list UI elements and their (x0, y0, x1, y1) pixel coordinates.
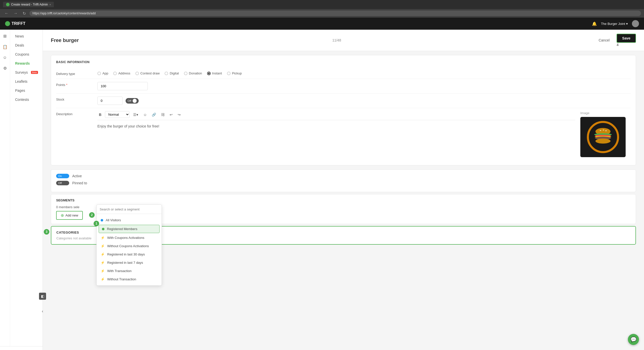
list-button[interactable]: ☰▾ (132, 112, 140, 118)
segment-search-input[interactable] (100, 207, 159, 211)
emoji-button[interactable]: ☺ (142, 112, 148, 118)
radio-circle-donation (184, 72, 187, 75)
nav-items: News Deals Coupons Rewards Surveys Beta (10, 30, 43, 106)
toggle-off-label2: Off (58, 182, 62, 185)
browser-tab[interactable]: Create reward - Trifft Admin × (3, 2, 54, 7)
points-label: Points * (56, 82, 91, 87)
format-select[interactable]: Normal Heading 1 Heading 2 (105, 111, 130, 118)
link-button[interactable]: 🔗 (150, 112, 158, 118)
burger-svg (585, 119, 621, 155)
page-title: Free burger (51, 37, 79, 43)
grid-icon[interactable]: ⊞ (3, 34, 7, 38)
points-input[interactable] (97, 82, 148, 90)
face-icon[interactable]: ☺ (3, 55, 7, 60)
stock-toggle[interactable]: Off (126, 98, 139, 104)
sidebar-item-contests[interactable]: Contests (10, 95, 43, 104)
char-count: 11/48 (332, 38, 341, 42)
pinned-label: Pinned to (72, 181, 87, 185)
dropdown-item-with-transaction[interactable]: ⚡ With Transaction (97, 267, 162, 275)
sidebar-item-deals[interactable]: Deals (10, 41, 43, 50)
active-label: Active (72, 174, 82, 178)
refresh-button[interactable]: ↻ (21, 11, 27, 16)
pinned-toggle[interactable]: Off (56, 181, 69, 185)
radio-pickup[interactable]: Pickup (227, 71, 242, 75)
unlink-button[interactable]: ⛓ (160, 112, 166, 118)
dot-blue-icon (101, 219, 103, 222)
radio-pickup-label: Pickup (232, 71, 242, 75)
save-button-wrapper: Save 4 (617, 34, 636, 47)
redo-button[interactable]: ↪ (176, 112, 182, 118)
gear-icon[interactable]: ⚙ (3, 66, 7, 71)
app-header: TRIFFT 🔔 The Burger Joint ▾ (0, 18, 644, 30)
registered-members-label: Registered Members (107, 227, 137, 231)
image-label: Image (580, 111, 631, 115)
annotation-1: 1 (94, 221, 99, 226)
radio-circle-pickup (227, 72, 231, 75)
radio-address[interactable]: Address (113, 71, 130, 75)
dropdown-item-with-coupons[interactable]: ⚡ With Coupons Activations (97, 234, 162, 242)
radio-app[interactable]: App (97, 71, 108, 75)
sidebar-item-pages[interactable]: Pages (10, 86, 43, 95)
side-panel-button[interactable]: ◧ (43, 293, 46, 300)
dropdown-item-without-coupons[interactable]: ⚡ Without Coupons Activations (97, 242, 162, 250)
save-button[interactable]: Save (617, 34, 636, 43)
radio-app-label: App (102, 71, 108, 75)
registered-7-label: Registered in last 7 days (107, 261, 143, 265)
save-step-badge: 4 (617, 43, 636, 47)
with-coupons-label: With Coupons Activations (107, 236, 144, 240)
description-row: Description B Normal Heading 1 Heading 2 (56, 108, 631, 160)
lightning-icon-3: ⚡ (101, 252, 105, 256)
burger-image[interactable] (580, 117, 626, 157)
pinned-row: Off Pinned to (56, 181, 631, 185)
radio-contest-draw[interactable]: Contest draw (135, 71, 160, 75)
stock-input[interactable] (97, 97, 123, 105)
radio-circle-app (97, 72, 101, 75)
cancel-button[interactable]: Cancel (595, 36, 614, 44)
stock-row: Stock Off (56, 94, 631, 108)
description-content: Enjoy the burger of your choice for free… (97, 124, 159, 128)
sidebar-item-surveys[interactable]: Surveys Beta (10, 68, 43, 77)
tab-close-icon[interactable]: × (50, 3, 51, 6)
url-bar[interactable]: https://app.trifft.io/caotokiy/content/r… (29, 11, 641, 16)
forward-button[interactable]: → (12, 11, 19, 16)
toggle-off-label: Off (128, 99, 131, 102)
with-transaction-label: With Transaction (107, 269, 132, 273)
sidebar-item-coupons[interactable]: Coupons (10, 50, 43, 59)
radio-contest-label: Contest draw (140, 71, 160, 75)
undo-button[interactable]: ↩ (168, 112, 174, 118)
dropdown-item-all-visitors[interactable]: All Visitors (97, 216, 162, 224)
chat-button[interactable]: 💬 (628, 334, 639, 345)
sidebar-item-news[interactable]: News (10, 32, 43, 41)
radio-donation-label: Donation (189, 71, 202, 75)
bold-button[interactable]: B (97, 112, 103, 118)
sidebar-item-rewards[interactable]: Rewards (10, 59, 43, 68)
app-body: ⊞ 📋 ☺ ⚙ News Deals Coupons (0, 30, 644, 350)
toggle-knob (133, 99, 137, 103)
restaurant-selector[interactable]: The Burger Joint ▾ (601, 22, 628, 26)
segments-section: SEGMENTS 0 members sele 1 ⊕ Add new 2 (51, 194, 636, 224)
radio-digital[interactable]: Digital (165, 71, 179, 75)
stock-controls: Off (97, 97, 631, 105)
back-button[interactable]: ← (3, 11, 10, 16)
dropdown-item-registered-7[interactable]: ⚡ Registered in last 7 days (97, 258, 162, 267)
points-controls (97, 82, 631, 90)
dropdown-item-without-transaction[interactable]: ⚡ Without Transaction (97, 275, 162, 283)
content-icon[interactable]: 📋 (3, 45, 8, 49)
description-controls: B Normal Heading 1 Heading 2 ☰▾ ☺ 🔗 ⛓ (97, 111, 631, 157)
active-toggle[interactable]: On (56, 174, 69, 178)
bell-icon[interactable]: 🔔 (592, 21, 597, 26)
editor-area[interactable]: Enjoy the burger of your choice for free… (97, 122, 575, 152)
dropdown-item-registered-30[interactable]: ⚡ Registered in last 30 days (97, 250, 162, 258)
sidebar-main: News Deals Coupons Rewards Surveys Beta (10, 30, 43, 346)
sidebar-item-leaflets[interactable]: Leaflets (10, 77, 43, 86)
browser-nav: ← → ↻ https://app.trifft.io/caotokiy/con… (0, 9, 644, 18)
dropdown-item-registered-members[interactable]: Registered Members (99, 225, 160, 233)
radio-circle-contest (135, 72, 139, 75)
back-nav-button[interactable]: ‹ (43, 308, 46, 315)
add-new-button[interactable]: ⊕ Add new (56, 211, 83, 220)
restaurant-name-label: The Burger Joint (601, 22, 625, 26)
radio-donation[interactable]: Donation (184, 71, 202, 75)
rewards-label: Rewards (15, 61, 30, 65)
annotation-2: 2 (89, 212, 95, 218)
radio-instant[interactable]: Instant (207, 71, 222, 75)
